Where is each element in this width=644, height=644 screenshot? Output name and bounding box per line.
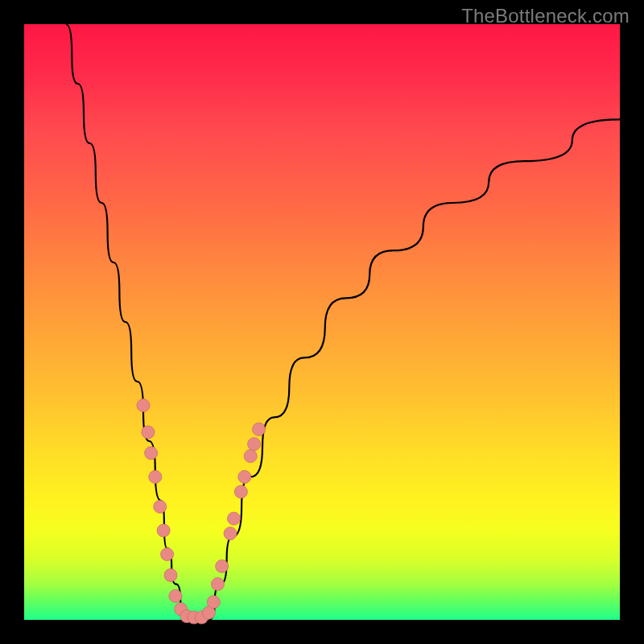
data-marker [161, 548, 174, 561]
marker-group [137, 399, 266, 624]
data-marker [234, 485, 247, 498]
data-marker [212, 578, 225, 591]
data-marker [224, 527, 237, 540]
data-marker [149, 470, 162, 483]
bottleneck-curve-right [208, 119, 620, 620]
data-marker [253, 423, 266, 436]
data-marker [169, 589, 182, 602]
data-marker [207, 596, 220, 609]
data-marker [145, 447, 158, 460]
data-marker [244, 450, 257, 463]
curve-layer [24, 24, 620, 620]
data-marker [137, 399, 150, 412]
data-marker [248, 438, 261, 451]
data-marker [238, 470, 251, 483]
data-marker [142, 426, 155, 439]
data-marker [157, 524, 170, 537]
data-marker [154, 500, 167, 513]
data-marker [216, 559, 229, 572]
data-marker [227, 512, 240, 525]
chart-frame: TheBottleneck.com [0, 0, 644, 644]
plot-area [24, 24, 620, 620]
data-marker [164, 569, 177, 582]
